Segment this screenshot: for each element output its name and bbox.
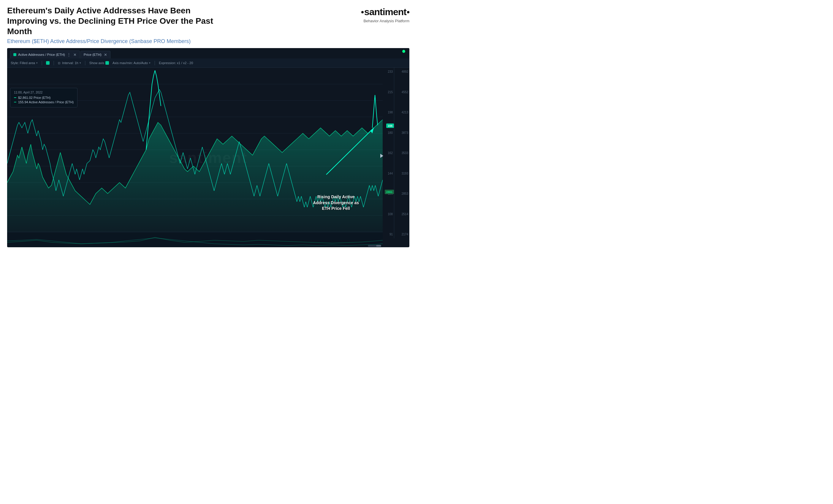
mini-chart-svg [7,232,383,247]
tooltip-price-dot [14,97,16,98]
tab-active-addresses[interactable]: Active Addresses / Price (ETH) ⋮ ✕ [10,50,80,58]
color-indicator [46,61,50,65]
y-right-2: 4213 [396,111,408,114]
tooltip-active-dot [14,102,16,102]
tab-dots-active[interactable]: ⋮ [67,52,71,57]
santiment-name: santiment [364,6,406,18]
y-right-6: 2853 [396,192,408,195]
tab-price[interactable]: Price (ETH) ✕ [80,51,111,58]
active-badge-value: 155 [388,124,392,127]
style-label: Style: Filled area [11,61,35,65]
expression-label: Expression: x1 / x2 - 20 [159,61,193,65]
y-right-0: 4892 [396,70,408,73]
tooltip-price-value: $2,861.02 Price (ETH) [18,96,50,99]
color-box-toolbar[interactable] [46,61,50,65]
y-right-3: 3873 [396,131,408,135]
sep3: | [85,60,86,66]
sub-title: Ethereum ($ETH) Active Address/Price Div… [7,38,361,45]
header: Ethereum's Daily Active Addresses Have B… [0,0,416,48]
header-left: Ethereum's Daily Active Addresses Have B… [7,5,361,45]
show-axis-checkbox[interactable] [105,61,109,65]
tab-label-price: Price (ETH) [84,53,101,56]
santiment-logo: santiment [361,6,409,18]
interval-label: Interval: 1h [62,61,78,65]
price-badge: 2861 [385,190,394,194]
chart-tooltip: 11:00, April 27, 2022 $2,861.02 Price (E… [10,88,77,107]
santiment-dot-left [361,11,364,14]
interval-icon: ⊡ [58,62,60,65]
show-axis-control[interactable]: Show axis [89,61,109,65]
tab-label-active: Active Addresses / Price (ETH) [18,53,65,56]
chart-container: Active Addresses / Price (ETH) ⋮ ✕ Price… [7,48,409,247]
sep1: | [41,60,43,66]
chart-toolbar: Style: Filled area ▾ | | ⊡ Interval: 1h … [7,58,409,68]
axis-selector[interactable]: Axis max/min: Auto/Auto ▾ [113,61,150,65]
tooltip-active-row: 155.94 Active Addresses / Price (ETH) [14,100,74,104]
y-right-5: 3193 [396,172,408,175]
chart-main: santiment 11:00, April 27, 2022 $2,861.0… [7,68,409,247]
tooltip-active-value: 155.94 Active Addresses / Price (ETH) [18,100,74,104]
sep2: | [53,60,54,66]
y-left-7: 108 [384,213,393,216]
y-left-1: 215 [384,91,393,94]
y-left-5: 144 [384,172,393,175]
axis-label: Axis max/min: Auto/Auto [113,61,148,65]
main-title: Ethereum's Daily Active Addresses Have B… [7,5,215,37]
tab-color-active [14,53,16,56]
style-selector[interactable]: Style: Filled area ▾ [11,61,38,65]
style-chevron: ▾ [36,62,38,65]
annotation-text: Rising Daily ActiveAddress Divergence as… [313,194,359,211]
header-right: santiment Behavior Analysis Platform [361,5,409,23]
y-axis-right: 4892 4552 4213 3873 3533 3193 2853 2514 … [394,68,409,238]
range-arrow [380,154,383,158]
sep4: | [154,60,155,66]
tooltip-price-row: $2,861.02 Price (ETH) [14,96,74,99]
y-axis-left: 233 215 198 180 162 144 126 108 91 [383,68,394,238]
y-right-1: 4552 [396,91,408,94]
show-axis-label: Show axis [89,61,104,65]
axis-chevron: ▾ [149,62,150,65]
expression-control: Expression: x1 / x2 - 20 [159,61,193,65]
y-right-8: 2174 [396,233,408,236]
page-wrapper: Ethereum's Daily Active Addresses Have B… [0,0,416,252]
y-right-4: 3533 [396,151,408,154]
interval-selector[interactable]: ⊡ Interval: 1h ▾ [58,61,81,65]
y-left-4: 162 [384,151,393,154]
y-left-0: 233 [384,70,393,73]
y-left-8: 91 [384,233,393,236]
svg-rect-13 [376,245,381,247]
active-addr-badge: 155 [386,123,394,128]
tab-close-active[interactable]: ✕ [73,52,77,57]
mini-chart[interactable] [7,232,383,247]
chart-tabs: Active Addresses / Price (ETH) ⋮ ✕ Price… [7,48,409,58]
santiment-dot-right [407,11,409,14]
price-badge-value: 2861 [386,190,392,194]
chart-annotation: Rising Daily ActiveAddress Divergence as… [313,194,359,212]
tab-close-price[interactable]: ✕ [104,52,107,57]
y-right-7: 2514 [396,213,408,216]
y-left-2: 198 [384,111,393,114]
status-dot [402,50,405,53]
behavior-platform: Behavior Analysis Platform [363,19,409,23]
tooltip-date: 11:00, April 27, 2022 [14,91,74,94]
interval-chevron: ▾ [79,62,81,65]
y-left-3: 180 [384,131,393,135]
